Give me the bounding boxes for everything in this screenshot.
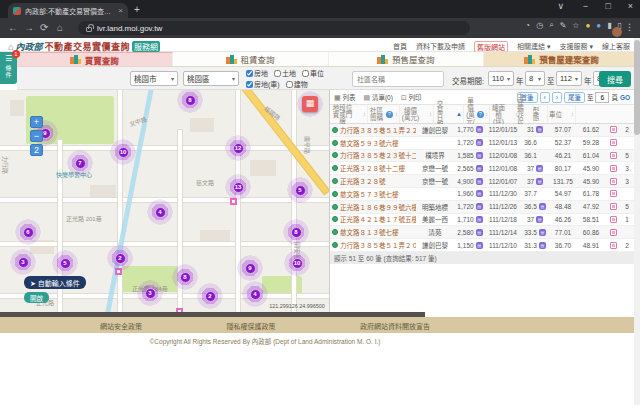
help-icon[interactable]: ? (386, 111, 393, 118)
address-link[interactable]: 正光路３２８號十二樓 (340, 163, 405, 173)
price-detail-icon[interactable]: ▤ (476, 178, 483, 185)
bookmark-star-icon[interactable]: ☆ (572, 21, 579, 30)
building-type-icon[interactable] (610, 190, 617, 197)
price-marker[interactable]: 4 (242, 281, 268, 307)
zoom-out-button[interactable]: − (30, 130, 43, 142)
column-header[interactable]: 車位 ? ↕ (548, 105, 576, 123)
table-row[interactable]: 慈文路５７３號七樓 1,960▤ 111/12/30 37.7▤ 54.97 6… (330, 188, 634, 201)
type-checkbox[interactable]: 房地 (246, 68, 268, 78)
address-link[interactable]: 正光路３２８號 (340, 176, 386, 186)
unit-price-detail-icon[interactable]: ▤ (539, 229, 546, 236)
building-type-icon[interactable] (610, 165, 617, 172)
extension-icon-1[interactable]: ◔ (525, 21, 530, 30)
auto-fill-toggle-button[interactable]: 開啟 (24, 292, 49, 303)
price-marker[interactable]: 9 (237, 255, 263, 281)
type-checkbox[interactable]: 房地(車) (246, 79, 280, 89)
column-header[interactable]: 地段位置或門牌 ? ↕ (330, 105, 368, 123)
home-icon[interactable]: ⌂ (57, 22, 63, 33)
auto-fill-button[interactable]: ➤ 自動輸入條件 (24, 276, 86, 289)
column-header[interactable]: 型態 ? (534, 105, 548, 123)
footer-link[interactable]: 網站安全政策 (100, 321, 142, 331)
price-detail-icon[interactable]: ▤ (476, 242, 483, 249)
close-button[interactable]: × (628, 1, 633, 11)
price-marker[interactable]: 3 (10, 249, 36, 275)
url-bar[interactable]: lvr.land.moi.gov.tw (78, 21, 470, 35)
unit-price-detail-icon[interactable]: ▤ (536, 178, 543, 185)
column-header[interactable]: 交易日期 ? ▲ (434, 105, 464, 123)
column-header[interactable]: 單價(萬元/坪) ? ↕ (464, 105, 490, 123)
table-row[interactable]: 正光路３２８號 京懋一號 4,900▤ 112/01/07 37▤ 131.75… (330, 175, 634, 188)
zoom-in-button[interactable]: + (30, 116, 43, 128)
map-canvas[interactable]: 經國路文中路南平路力行路慈文路快樂學習中心正光路 201巷同安街正光路 184巷… (0, 90, 330, 312)
year-from-select[interactable]: 110▾ (488, 71, 514, 86)
sort-icon[interactable]: ↕ (395, 111, 398, 118)
building-type-icon[interactable] (610, 229, 617, 236)
cart-list-button[interactable]: ▤ 清單(0) (363, 92, 392, 102)
maximize-button[interactable]: □ (606, 1, 611, 11)
address-link[interactable]: 慈文路５９３號六樓 (340, 138, 399, 148)
building-type-icon[interactable] (610, 203, 617, 210)
unit-price-detail-icon[interactable]: ▤ (539, 203, 546, 210)
price-marker[interactable]: 4 (147, 199, 173, 225)
table-row[interactable]: 慈文路８１３號七樓 清苑 2,580▤ 111/12/14 33.5▤ 77.0… (330, 226, 634, 239)
price-marker[interactable]: 5 (52, 250, 78, 276)
type-checkbox[interactable]: 車位 (302, 68, 324, 78)
query-tab[interactable]: 預售屋建案查詢 (484, 52, 640, 66)
district-select[interactable]: 桃園區 ▾ (183, 71, 239, 86)
building-type-icon[interactable] (610, 126, 617, 133)
price-detail-icon[interactable]: ▤ (476, 203, 483, 210)
table-row[interactable]: 正光路３２８號十二樓 京懋一號 2,565▤ 112/01/08 37▤ 80.… (330, 162, 634, 175)
address-link[interactable]: 力行路３８５巷５１弄２２號六樓 (340, 125, 416, 135)
address-link[interactable]: 力行路３８５巷２３號十二樓 (340, 150, 416, 160)
tab-close-icon[interactable]: × (118, 6, 123, 15)
sort-icon[interactable]: ↕ (429, 111, 432, 118)
building-type-icon[interactable] (610, 178, 617, 185)
community-name-input[interactable] (352, 71, 444, 87)
price-detail-icon[interactable]: ▤ (476, 229, 483, 236)
prev-page-button[interactable]: ‹ (540, 92, 550, 103)
footer-link[interactable]: 政府網站資料開放宣告 (360, 321, 430, 331)
unit-price-detail-icon[interactable]: ▤ (539, 242, 546, 249)
next-page-button[interactable]: › (552, 92, 562, 103)
month-from-select[interactable]: 8▾ (525, 71, 545, 86)
footer-link[interactable]: 隱私權保護政策 (227, 321, 276, 331)
address-link[interactable]: 正光路１８６巷９９號六樓 (340, 202, 416, 212)
forward-icon[interactable]: → (24, 22, 34, 33)
type-checkbox[interactable]: 建物 (286, 79, 308, 89)
print-button[interactable]: ⊡ 列印 (401, 92, 422, 102)
price-detail-icon[interactable]: ▤ (476, 165, 483, 172)
price-marker[interactable]: 3 (137, 280, 163, 306)
table-row[interactable]: 正光路４２１巷１７號五樓 美麗一西 1,710▤ 111/12/18 37▤ 4… (330, 214, 634, 227)
browser-tab[interactable]: 內政部:不動產交易實價查詢服務網 × (8, 3, 128, 18)
go-button[interactable]: GO (620, 94, 630, 101)
price-detail-icon[interactable]: ▤ (476, 139, 483, 146)
table-row[interactable]: 力行路３８５巷５１弄２２號六樓 謙創巴黎 1,770▤ 112/01/15 31… (330, 124, 634, 137)
tab-search-chevron-icon[interactable]: ∨ (557, 1, 564, 11)
address-link[interactable]: 正光路４２１巷１７號五樓 (340, 214, 416, 224)
last-page-button[interactable]: 尾筆 (564, 92, 585, 103)
building-type-icon[interactable] (610, 216, 617, 223)
price-detail-icon[interactable]: ▤ (476, 152, 483, 159)
type-checkbox[interactable]: 土地 (274, 68, 296, 78)
zoom-level-badge[interactable]: 2 (30, 144, 43, 156)
price-marker[interactable]: 2 (107, 245, 133, 271)
extension-dark-icon[interactable]: ▮ (607, 21, 611, 30)
sort-icon[interactable]: ↕ (485, 111, 488, 118)
reload-icon[interactable]: ⟳ (40, 22, 48, 33)
new-tab-button[interactable]: + (134, 4, 140, 15)
year-to-select[interactable]: 112▾ (556, 71, 582, 86)
browser-menu-icon[interactable]: ⋮ (625, 22, 634, 32)
price-marker[interactable]: 2 (197, 283, 223, 309)
table-row[interactable]: 力行路３８５巷５１弄２０號四樓 謙創巴黎 1,150▤ 111/12/10 31… (330, 239, 634, 252)
address-link[interactable]: 力行路３８５巷５１弄２０號四樓 (340, 240, 416, 250)
building-type-icon[interactable] (610, 139, 617, 146)
query-tab[interactable]: 買賣查詢 (17, 52, 173, 66)
city-select[interactable]: 桃園市 ▾ (130, 71, 178, 86)
unit-price-detail-icon[interactable]: ▤ (536, 216, 543, 223)
building-type-icon[interactable] (610, 152, 617, 159)
table-row[interactable]: 力行路３８５巷２３號十二樓 樸境界 1,585▤ 112/01/08 36.1▤… (330, 150, 634, 163)
query-tab[interactable]: 租賃查詢 (173, 52, 329, 66)
price-marker[interactable]: 8 (283, 219, 309, 245)
table-row[interactable]: 慈文路５９３號六樓 1,720▤ 112/01/13 36.6▤ 52.37 5… (330, 137, 634, 150)
sort-icon[interactable]: ↕ (571, 111, 574, 118)
